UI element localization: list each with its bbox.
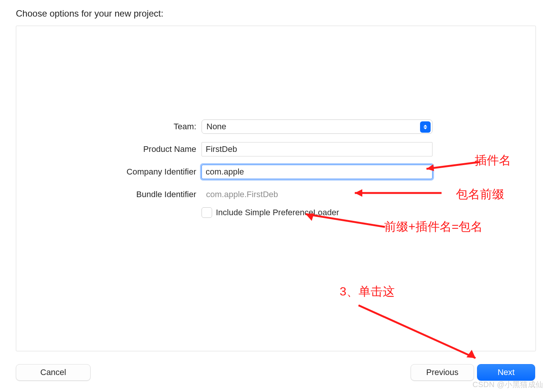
include-preferenceloader-checkbox[interactable] [202, 207, 212, 218]
previous-button[interactable]: Previous [411, 364, 474, 381]
bundle-identifier-label: Bundle Identifier [0, 190, 202, 199]
page-title: Choose options for your new project: [16, 8, 163, 19]
updown-icon [420, 121, 431, 133]
cancel-button[interactable]: Cancel [16, 364, 91, 381]
options-form: Team: None Product Name FirstDeb C [0, 117, 551, 218]
next-button[interactable]: Next [477, 364, 535, 381]
product-name-input[interactable]: FirstDeb [202, 142, 432, 156]
team-label: Team: [0, 122, 202, 132]
watermark: CSDN @小黑猫成仙 [473, 380, 543, 390]
product-name-label: Product Name [0, 144, 202, 154]
company-identifier-value: com.apple [206, 167, 244, 177]
bundle-identifier-value: com.apple.FirstDeb [202, 187, 432, 202]
button-bar: Cancel Previous Next [0, 364, 551, 387]
include-preferenceloader-label: Include Simple PreferenceLoader [216, 208, 339, 217]
team-dropdown[interactable]: None [202, 119, 432, 134]
company-identifier-input[interactable]: com.apple [202, 165, 432, 179]
company-identifier-label: Company Identifier [0, 167, 202, 177]
team-dropdown-value: None [202, 122, 226, 132]
product-name-value: FirstDeb [206, 144, 237, 154]
